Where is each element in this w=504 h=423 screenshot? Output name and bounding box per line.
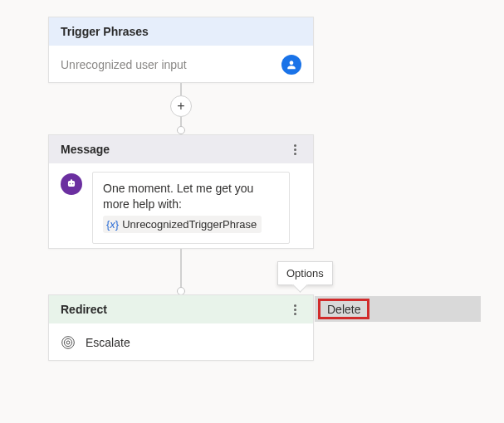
message-content[interactable]: One moment. Let me get you more help wit… <box>92 172 290 244</box>
plus-icon: + <box>177 100 184 112</box>
variable-name: UnrecognizedTriggerPhrase <box>122 217 257 232</box>
svg-point-0 <box>66 341 70 344</box>
trigger-phrase-text: Unrecognized user input <box>61 58 187 71</box>
redirect-options-button[interactable] <box>285 299 305 319</box>
add-node-button[interactable]: + <box>170 95 192 117</box>
options-tooltip: Options <box>277 261 333 285</box>
message-options-button[interactable] <box>285 139 305 159</box>
vertical-dots-icon <box>294 304 296 315</box>
trigger-phrases-header: Trigger Phrases <box>49 17 313 46</box>
variable-chip[interactable]: {x} UnrecognizedTriggerPhrase <box>103 216 262 234</box>
escalate-icon <box>61 335 76 350</box>
redirect-target: Escalate <box>86 336 130 349</box>
message-text: One moment. Let me get you more help wit… <box>103 181 279 212</box>
redirect-title: Redirect <box>61 303 107 316</box>
connector-dot <box>177 126 185 134</box>
redirect-card[interactable]: Redirect Escalate <box>48 294 314 361</box>
svg-point-1 <box>64 338 71 346</box>
message-title: Message <box>61 143 110 156</box>
trigger-phrases-title: Trigger Phrases <box>61 25 149 38</box>
vertical-dots-icon <box>294 144 296 155</box>
context-menu: Delete <box>315 296 481 322</box>
delete-label: Delete <box>327 303 360 316</box>
variable-icon: {x} <box>106 217 119 232</box>
message-card[interactable]: Message One moment. Let me get you more … <box>48 134 314 249</box>
trigger-phrases-card[interactable]: Trigger Phrases Unrecognized user input <box>48 17 314 83</box>
tooltip-text: Options <box>286 267 324 280</box>
delete-menu-item[interactable]: Delete <box>318 299 369 319</box>
bot-icon <box>61 173 82 195</box>
user-icon <box>281 55 301 75</box>
